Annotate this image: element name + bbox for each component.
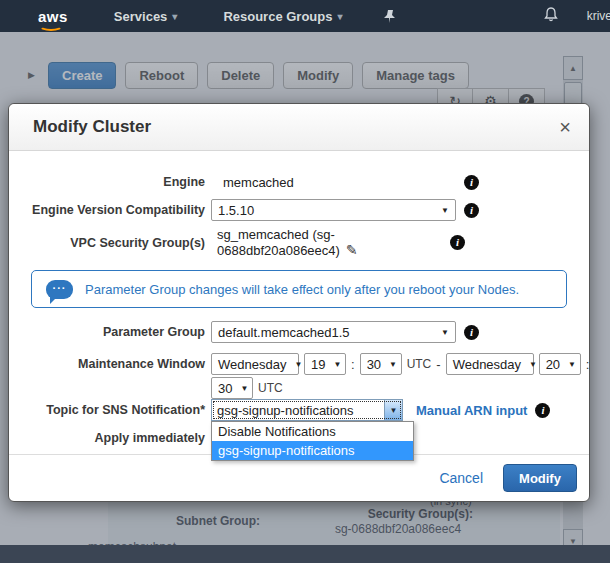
maintenance-window-row2: 30▼ UTC (9, 377, 589, 399)
sns-topic-control: gsg-signup-notifications ▼ Disable Notif… (211, 399, 550, 421)
start-day-select[interactable]: Wednesday▼ (211, 353, 299, 375)
chevron-down-icon: ▾ (337, 11, 342, 22)
screen: aws Services ▾ Resource Groups ▾ krive (0, 0, 610, 563)
end-minute-select[interactable]: 30▼ (211, 377, 253, 399)
pin-icon-svg (383, 9, 396, 24)
sns-topic-label: Topic for SNS Notification* (9, 403, 205, 417)
nav-services[interactable]: Services ▾ (114, 9, 178, 24)
engine-version-value: 1.5.10 (218, 203, 254, 218)
start-hour-select[interactable]: 19▼ (304, 353, 346, 375)
nav-resource-groups-label: Resource Groups (223, 9, 332, 24)
engine-version-select[interactable]: 1.5.10 ▼ (211, 199, 456, 221)
info-icon[interactable]: i (464, 325, 479, 340)
bubble-dots: ··· (53, 282, 67, 294)
engine-label: Engine (9, 175, 205, 189)
dropdown-option-disable-notifications[interactable]: Disable Notifications (212, 422, 413, 441)
sns-topic-row: Topic for SNS Notification* gsg-signup-n… (9, 399, 589, 421)
end-day-value: Wednesday (453, 357, 521, 372)
nav-resource-groups[interactable]: Resource Groups ▾ (223, 9, 342, 24)
engine-row: Engine memcached i (9, 172, 589, 192)
select-arrow-icon: ▼ (441, 328, 449, 337)
select-arrow-icon: ▼ (529, 360, 537, 369)
modal-body: Engine memcached i Engine Version Compat… (9, 151, 589, 448)
colon-separator: : (351, 357, 355, 372)
parameter-group-label: Parameter Group (9, 325, 205, 339)
parameter-group-value: default.memcached1.5 (218, 325, 350, 340)
start-minute-value: 30 (367, 357, 381, 372)
maintenance-window-label: Maintenance Window (9, 357, 205, 371)
start-hour-value: 19 (311, 357, 325, 372)
dropdown-option-gsg-signup-notifications[interactable]: gsg-signup-notifications (212, 441, 413, 460)
end-minute-value: 30 (218, 381, 232, 396)
vpc-sg-label: VPC Security Group(s) (9, 236, 205, 250)
pin-icon[interactable] (383, 9, 396, 24)
modify-cluster-modal: Modify Cluster × Engine memcached i Engi… (8, 103, 590, 502)
utc-label: UTC (407, 357, 432, 371)
aws-logo[interactable]: aws (38, 8, 68, 25)
modal-footer: Cancel Modify (9, 454, 589, 501)
info-icon[interactable]: i (464, 203, 479, 218)
sns-topic-value: gsg-signup-notifications (212, 403, 384, 418)
vpc-sg-row: VPC Security Group(s) sg_memcached (sg-0… (9, 227, 589, 258)
bell-icon-svg (543, 6, 559, 23)
top-navbar: aws Services ▾ Resource Groups ▾ krive (0, 0, 610, 32)
dash-separator: - (436, 357, 440, 372)
maintenance-window-controls2: 30▼ UTC (211, 377, 283, 399)
info-icon[interactable]: i (535, 403, 550, 418)
vpc-sg-value: sg_memcached (sg-0688dbf20a086eec4)✎ (211, 227, 442, 258)
sns-topic-select[interactable]: gsg-signup-notifications ▼ (211, 399, 403, 421)
select-arrow-icon[interactable]: ▼ (384, 400, 402, 420)
speech-bubble-icon: ··· (46, 280, 73, 299)
modal-title: Modify Cluster (33, 117, 151, 137)
engine-version-label: Engine Version Compatibility (9, 203, 205, 217)
end-hour-value: 20 (546, 357, 560, 372)
select-arrow-icon: ▼ (389, 360, 397, 369)
account-menu[interactable]: krive (587, 9, 610, 23)
vpc-sg-text: sg_memcached (sg-0688dbf20a086eec4) (217, 227, 340, 258)
end-hour-select[interactable]: 20▼ (539, 353, 581, 375)
aws-smile-icon (39, 21, 63, 31)
info-icon[interactable]: i (464, 175, 479, 190)
colon-separator: : (586, 357, 590, 372)
modify-submit-button[interactable]: Modify (503, 464, 577, 492)
sns-topic-dropdown: Disable Notifications gsg-signup-notific… (211, 421, 414, 461)
apply-immediately-label: Apply immediately (9, 431, 205, 445)
select-arrow-icon: ▼ (240, 384, 248, 393)
close-icon[interactable]: × (559, 117, 571, 137)
cancel-button[interactable]: Cancel (439, 470, 483, 486)
modal-header: Modify Cluster × (9, 104, 589, 151)
chevron-down-icon: ▾ (172, 11, 177, 22)
start-day-value: Wednesday (218, 357, 286, 372)
select-arrow-icon: ▼ (333, 360, 341, 369)
nav-services-label: Services (114, 9, 168, 24)
maintenance-window-row1: Maintenance Window Wednesday▼ 19▼ : 30▼ … (9, 353, 589, 375)
info-icon[interactable]: i (450, 235, 465, 250)
select-arrow-icon: ▼ (441, 206, 449, 215)
select-arrow-icon: ▼ (294, 360, 302, 369)
engine-value: memcached (211, 175, 456, 190)
navbar-right: krive (543, 6, 610, 27)
notice-text: Parameter Group changes will take effect… (85, 282, 519, 297)
utc-label: UTC (258, 381, 283, 395)
manual-arn-input-link[interactable]: Manual ARN input (416, 403, 527, 418)
edit-pencil-icon[interactable]: ✎ (346, 242, 358, 258)
parameter-group-notice: ··· Parameter Group changes will take ef… (31, 270, 567, 308)
maintenance-window-controls: Wednesday▼ 19▼ : 30▼ UTC - Wednesday▼ 20… (211, 353, 589, 375)
bell-icon[interactable] (543, 6, 559, 27)
start-minute-select[interactable]: 30▼ (360, 353, 402, 375)
parameter-group-select[interactable]: default.memcached1.5 ▼ (211, 321, 456, 343)
parameter-group-row: Parameter Group default.memcached1.5 ▼ i (9, 321, 589, 343)
select-arrow-icon: ▼ (568, 360, 576, 369)
end-day-select[interactable]: Wednesday▼ (446, 353, 534, 375)
engine-version-row: Engine Version Compatibility 1.5.10 ▼ i (9, 199, 589, 221)
